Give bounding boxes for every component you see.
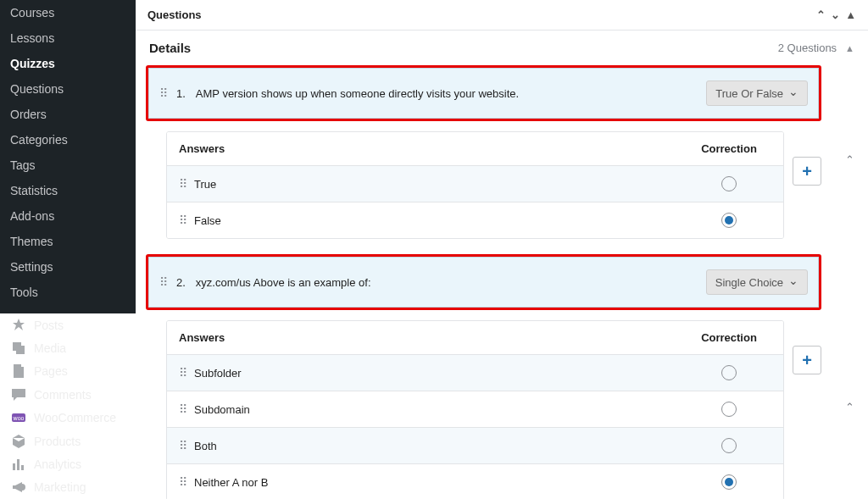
- sidebar-label: Comments: [34, 388, 92, 402]
- sidebar-label: Marketing: [34, 480, 86, 494]
- question-count: 2 Questions: [778, 42, 837, 54]
- sidebar-label: Media: [34, 341, 66, 355]
- answers-header-label: Answers: [179, 331, 687, 344]
- answer-text[interactable]: True: [194, 178, 687, 191]
- question-type-select[interactable]: Single Choice: [706, 269, 808, 295]
- megaphone-icon: [10, 479, 27, 496]
- sidebar-item-tools[interactable]: Tools: [0, 280, 136, 305]
- drag-handle-icon[interactable]: ⠿: [159, 279, 166, 286]
- question-number: 1.: [176, 87, 186, 100]
- details-title: Details: [149, 41, 191, 55]
- drag-handle-icon[interactable]: ⠿: [179, 180, 186, 187]
- add-answer-button[interactable]: +: [793, 157, 821, 186]
- chart-icon: [10, 456, 27, 473]
- drag-handle-icon[interactable]: ⠿: [179, 217, 186, 224]
- comment-icon: [10, 386, 27, 403]
- correction-radio[interactable]: [721, 474, 737, 490]
- answers-table: Answers Correction ⠿ Subfolder ⠿ Subdoma…: [166, 320, 784, 499]
- correction-radio[interactable]: [721, 365, 737, 380]
- sidebar-label: WooCommerce: [34, 411, 116, 424]
- sidebar-sub-group: Courses Lessons Quizzes Questions Orders…: [0, 0, 136, 305]
- answers-header-label: Answers: [179, 142, 687, 155]
- sidebar-item-pages[interactable]: Pages: [0, 360, 136, 383]
- answers-header: Answers Correction: [167, 132, 783, 166]
- question-type-label: Single Choice: [715, 276, 783, 289]
- question-row-1: ⠿ 1. AMP version shows up when someone d…: [146, 65, 821, 121]
- answer-row: ⠿ Neither A nor B: [167, 464, 783, 499]
- panel-toggle-icon[interactable]: ▲: [845, 8, 856, 21]
- sidebar-item-courses[interactable]: Courses: [0, 0, 136, 25]
- svg-text:woo: woo: [13, 415, 25, 421]
- question-number: 2.: [176, 276, 186, 289]
- answer-text[interactable]: False: [194, 214, 687, 227]
- drag-handle-icon[interactable]: ⠿: [179, 406, 186, 413]
- collapse-question-icon[interactable]: ⌃: [832, 153, 868, 166]
- drag-handle-icon[interactable]: ⠿: [179, 369, 186, 376]
- sidebar-item-settings[interactable]: Settings: [0, 254, 136, 280]
- panel-header: Questions ⌃ ⌄ ▲: [136, 0, 868, 30]
- drag-handle-icon[interactable]: ⠿: [179, 479, 186, 485]
- question-row-2: ⠿ 2. xyz.com/us Above is an example of: …: [146, 254, 821, 310]
- answer-text[interactable]: Subdomain: [194, 403, 687, 416]
- details-row: Details 2 Questions: [136, 30, 868, 65]
- collapse-question-icon[interactable]: ⌃: [832, 401, 868, 413]
- correction-radio[interactable]: [721, 402, 737, 417]
- sidebar-item-lessons[interactable]: Lessons: [0, 25, 136, 51]
- question-type-select[interactable]: True Or False: [706, 80, 808, 106]
- answer-text[interactable]: Subfolder: [194, 367, 687, 380]
- media-icon: [10, 340, 27, 357]
- sidebar-label: Posts: [34, 319, 64, 332]
- sidebar-item-addons[interactable]: Add-ons: [0, 203, 136, 229]
- sort-up-icon[interactable]: [845, 42, 854, 54]
- correction-header-label: Correction: [687, 331, 771, 344]
- admin-sidebar: Courses Lessons Quizzes Questions Orders…: [0, 0, 136, 499]
- correction-radio[interactable]: [721, 438, 737, 453]
- sidebar-item-analytics[interactable]: Analytics: [0, 452, 136, 475]
- page-icon: [10, 363, 27, 380]
- answer-text[interactable]: Both: [194, 440, 687, 452]
- answers-table: Answers Correction ⠿ True ⠿ False: [166, 131, 784, 239]
- main-content: Questions ⌃ ⌄ ▲ Details 2 Questions ⠿ 1.…: [136, 0, 868, 499]
- sidebar-item-products[interactable]: Products: [0, 430, 136, 452]
- pin-icon: [10, 317, 27, 334]
- answers-header: Answers Correction: [167, 321, 783, 355]
- add-answer-button[interactable]: +: [793, 346, 821, 374]
- sidebar-item-categories[interactable]: Categories: [0, 127, 136, 152]
- correction-radio[interactable]: [721, 176, 737, 191]
- sidebar-item-statistics[interactable]: Statistics: [0, 178, 136, 203]
- sidebar-item-marketing[interactable]: Marketing: [0, 476, 136, 499]
- sidebar-label: Analytics: [34, 457, 81, 471]
- answer-text[interactable]: Neither A nor B: [194, 476, 687, 489]
- answer-row: ⠿ Both: [167, 428, 783, 464]
- sidebar-label: Pages: [34, 364, 68, 378]
- answers-block-1: Answers Correction ⠿ True ⠿ False +: [166, 131, 821, 239]
- question-block-2: ⠿ 2. xyz.com/us Above is an example of: …: [136, 254, 868, 499]
- drag-handle-icon[interactable]: ⠿: [159, 90, 166, 97]
- box-icon: [10, 433, 27, 450]
- sidebar-item-orders[interactable]: Orders: [0, 102, 136, 127]
- question-text[interactable]: AMP version shows up when someone direct…: [196, 87, 696, 100]
- sidebar-item-comments[interactable]: Comments: [0, 383, 136, 406]
- panel-collapse-up-icon[interactable]: ⌃: [816, 8, 826, 21]
- drag-handle-icon[interactable]: ⠿: [179, 442, 186, 449]
- answer-row: ⠿ Subdomain: [167, 391, 783, 428]
- question-text[interactable]: xyz.com/us Above is an example of:: [196, 276, 696, 289]
- answer-row: ⠿ Subfolder: [167, 355, 783, 391]
- answer-row: ⠿ False: [167, 202, 783, 238]
- sidebar-item-tags[interactable]: Tags: [0, 152, 136, 178]
- panel-collapse-down-icon[interactable]: ⌄: [831, 8, 840, 21]
- sidebar-label: Products: [34, 435, 81, 448]
- answers-block-2: Answers Correction ⠿ Subfolder ⠿ Subdoma…: [166, 320, 821, 499]
- sidebar-item-quizzes[interactable]: Quizzes: [0, 51, 136, 76]
- panel-title: Questions: [147, 8, 202, 21]
- correction-radio[interactable]: [721, 213, 737, 228]
- chevron-down-icon: [788, 86, 798, 100]
- details-meta: 2 Questions: [778, 42, 854, 54]
- sidebar-item-questions[interactable]: Questions: [0, 76, 136, 102]
- sidebar-item-woocommerce[interactable]: woo WooCommerce: [0, 407, 136, 430]
- sidebar-item-posts[interactable]: Posts: [0, 313, 136, 336]
- chevron-down-icon: [788, 275, 798, 289]
- sidebar-item-themes[interactable]: Themes: [0, 229, 136, 254]
- woo-icon: woo: [10, 409, 27, 426]
- sidebar-item-media[interactable]: Media: [0, 336, 136, 359]
